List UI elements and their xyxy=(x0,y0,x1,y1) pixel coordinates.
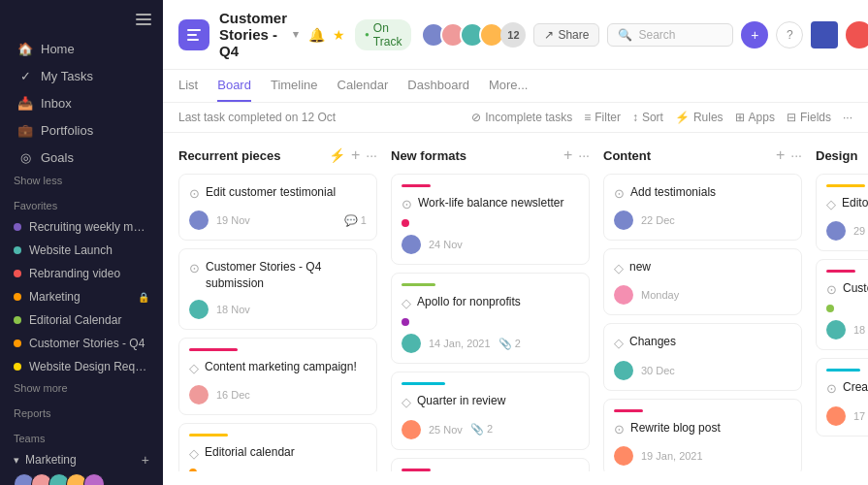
tab-dashboard[interactable]: Dashboard xyxy=(407,70,469,102)
card-title: ⊙ Rewrite blog post xyxy=(614,420,791,438)
search-icon: 🔍 xyxy=(618,28,632,42)
card[interactable]: ◇ new Monday xyxy=(603,248,802,315)
toolbar: Last task completed on 12 Oct ⊘ Incomple… xyxy=(163,103,868,133)
card-type-icon: ⊙ xyxy=(614,185,625,203)
sidebar-item-home[interactable]: 🏠Home xyxy=(4,35,159,62)
fields-button[interactable]: ⊟ Fields xyxy=(787,111,831,124)
topbar-icons: 🔔 ★ xyxy=(308,27,345,43)
column-lightning-icon[interactable]: ⚡ xyxy=(329,147,345,163)
card-footer: 25 Nov 📎 2 xyxy=(402,420,579,439)
show-less-link[interactable]: Show less xyxy=(0,171,163,190)
column-add-button[interactable]: + xyxy=(563,146,572,164)
card[interactable]: ⊙ Work-life balance newsletter 24 Nov xyxy=(391,174,590,265)
card-avatar xyxy=(826,320,846,340)
column-add-button[interactable]: + xyxy=(776,146,785,164)
more-options-button[interactable]: ··· xyxy=(843,111,852,124)
card-attach-count: 📎 2 xyxy=(470,423,493,436)
card-footer: 17 Dec xyxy=(826,406,868,426)
card[interactable]: ⊙ Create new in... 17 Dec xyxy=(816,358,868,436)
card[interactable]: ◇ Apollo for nonprofits 14 Jan, 2021 📎 2 xyxy=(391,273,590,364)
card[interactable]: ⊙ Rewrite blog post 19 Jan, 2021 xyxy=(603,399,802,471)
share-button[interactable]: ↗ Share xyxy=(533,23,599,47)
card-type-icon: ⊙ xyxy=(826,380,837,398)
tab-timeline[interactable]: Timeline xyxy=(271,70,318,102)
card-tags xyxy=(189,469,367,471)
incomplete-tasks-button[interactable]: ⊘ Incomplete tasks xyxy=(471,111,572,124)
card[interactable]: ⊙ Customer spo... 18 Jan, 2021 xyxy=(816,259,868,350)
notification-icon[interactable]: 🔔 xyxy=(308,27,325,43)
card-color-bar xyxy=(402,382,445,385)
favorite-item[interactable]: Rebranding video xyxy=(0,262,163,285)
favorite-item[interactable]: Customer Stories - Q4 xyxy=(0,332,163,355)
card[interactable]: ◇ Editorial cale... 29 Dec xyxy=(816,174,868,251)
favorite-item[interactable]: Website Launch xyxy=(0,239,163,262)
show-more-link[interactable]: Show more xyxy=(0,378,163,398)
hamburger-menu[interactable] xyxy=(136,14,151,25)
sidebar-item-goals[interactable]: ◎Goals xyxy=(4,144,159,171)
favorite-item[interactable]: Recruiting weekly mee... xyxy=(0,215,163,239)
card-title: ◇ new xyxy=(614,259,791,277)
board-column: Content + ··· ⊙ Add testimonials 22 Dec … xyxy=(603,146,802,471)
sidebar-item-my-tasks[interactable]: ✓My Tasks xyxy=(4,62,159,89)
sidebar-item-portfolios[interactable]: 💼Portfolios xyxy=(4,116,159,144)
column-menu-button[interactable]: ··· xyxy=(366,147,377,163)
card-color-bar xyxy=(189,434,228,436)
apps-button[interactable]: ⊞ Apps xyxy=(735,111,775,124)
column-menu-button[interactable]: ··· xyxy=(578,147,590,163)
user-avatar-2[interactable] xyxy=(846,21,868,48)
card[interactable]: ⊙ Press release on acquisition 23 Dec 💬 … xyxy=(391,458,590,471)
favorite-dot xyxy=(14,340,21,347)
favorite-item[interactable]: Editorial Calendar xyxy=(0,308,163,332)
help-button[interactable]: ? xyxy=(776,21,803,48)
card-footer: 16 Dec xyxy=(189,385,367,404)
column-menu-button[interactable]: ··· xyxy=(790,147,802,163)
column-header: Content + ··· xyxy=(603,146,802,164)
rules-icon: ⚡ xyxy=(675,111,690,124)
main-content: Customer Stories - Q4 ▾ 🔔 ★ On Track 12 … xyxy=(163,0,868,485)
title-chevron[interactable]: ▾ xyxy=(293,28,299,41)
card[interactable]: ◇ Changes 30 Dec xyxy=(603,323,802,390)
favorite-dot xyxy=(14,270,21,277)
tag-dot xyxy=(402,318,409,326)
card-type-icon: ⊙ xyxy=(402,196,412,213)
tag-dot xyxy=(826,305,834,312)
rules-button[interactable]: ⚡ Rules xyxy=(675,111,723,124)
card[interactable]: ⊙ Customer Stories - Q4 submission 18 No… xyxy=(178,248,377,330)
card-avatar xyxy=(402,334,421,353)
tab-board[interactable]: Board xyxy=(217,70,251,102)
tab-more[interactable]: More... xyxy=(489,70,528,102)
add-team-icon[interactable]: + xyxy=(142,452,149,468)
card-type-icon: ⊙ xyxy=(189,185,200,203)
user-avatar[interactable] xyxy=(811,21,838,48)
card-date: 14 Jan, 2021 xyxy=(429,338,491,349)
tab-calendar[interactable]: Calendar xyxy=(338,70,389,102)
topbar-right: 12 ↗ Share 🔍 Search + ? xyxy=(421,21,868,48)
star-icon[interactable]: ★ xyxy=(333,27,345,43)
card[interactable]: ◇ Editorial calendar 22 Dec xyxy=(178,423,377,471)
sidebar-item-inbox[interactable]: 📥Inbox xyxy=(4,89,159,116)
team-header[interactable]: ▾ Marketing + xyxy=(14,452,149,468)
favorite-item[interactable]: Website Design Reque... xyxy=(0,355,163,378)
project-title: Customer Stories - Q4 ▾ xyxy=(219,10,299,59)
card[interactable]: ◇ Quarter in review 25 Nov 📎 2 xyxy=(391,372,590,449)
add-button[interactable]: + xyxy=(741,21,768,48)
apps-icon: ⊞ xyxy=(735,111,745,124)
card-title: ⊙ Work-life balance newsletter xyxy=(402,195,579,213)
card-title: ⊙ Customer Stories - Q4 submission xyxy=(189,259,367,292)
column-header: Design + ··· xyxy=(816,146,868,164)
tab-list[interactable]: List xyxy=(178,70,198,102)
card[interactable]: ⊙ Add testimonials 22 Dec xyxy=(603,174,802,241)
reports-label: Reports xyxy=(0,398,163,423)
column-add-button[interactable]: + xyxy=(351,146,360,164)
card-title: ⊙ Add testimonials xyxy=(614,184,791,203)
card-date: 29 Dec xyxy=(853,225,868,237)
column-header: Recurrent pieces ⚡ + ··· xyxy=(178,146,377,164)
card[interactable]: ⊙ Edit customer testimonial 19 Nov 💬 1 xyxy=(178,174,377,241)
card-title: ⊙ Create new in... xyxy=(826,379,868,398)
card[interactable]: ◇ Content marketing campaign! 16 Dec xyxy=(178,338,377,415)
search-bar[interactable]: 🔍 Search xyxy=(607,23,733,47)
favorite-item[interactable]: Marketing🔒 xyxy=(0,285,163,308)
sort-button[interactable]: ↕ Sort xyxy=(632,111,663,124)
card-avatar xyxy=(189,300,209,319)
filter-button[interactable]: ≡ Filter xyxy=(584,111,621,124)
